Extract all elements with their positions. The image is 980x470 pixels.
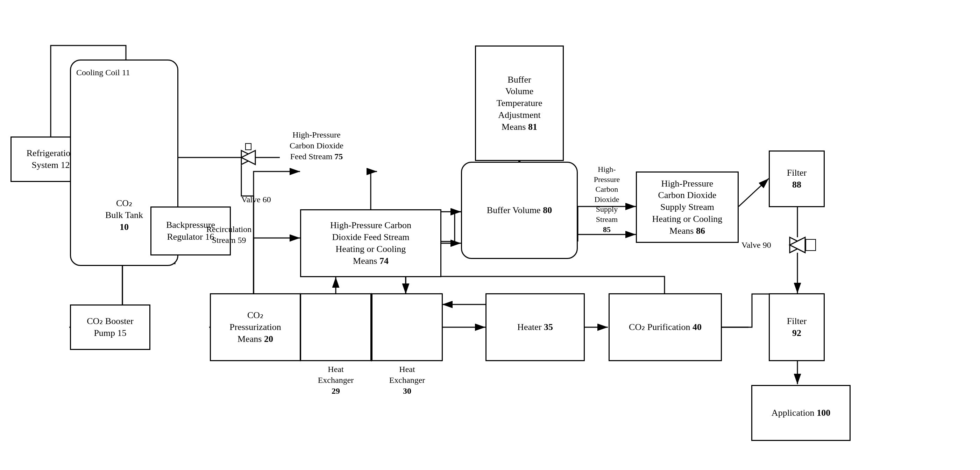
hpco2-feed-heating-cooling-label: High-Pressure CarbonDioxide Feed StreamH… [330, 220, 411, 267]
filter-92-box: Filter92 [769, 293, 825, 361]
svg-marker-31 [790, 237, 805, 253]
application-box: Application 100 [751, 385, 851, 441]
svg-rect-32 [806, 239, 816, 250]
hp-heating-cooling-means-label: High-PressureCarbon DioxideSupply Stream… [652, 178, 722, 237]
svg-marker-19 [241, 150, 255, 164]
diagram: Refrigeration System 12 CO₂Bulk Tank10 C… [0, 0, 980, 470]
buffer-volume-box: Buffer Volume 80 [461, 162, 578, 259]
co2-booster-pump-label: CO₂ BoosterPump 15 [87, 315, 134, 339]
svg-line-36 [381, 172, 461, 212]
filter-92-label: Filter92 [787, 315, 807, 339]
application-label: Application 100 [772, 407, 830, 419]
svg-marker-18 [241, 150, 255, 164]
recirculation-stream-label: RecirculationStream 59 [206, 224, 251, 246]
buffer-adj-means-label: BufferVolumeTemperatureAdjustmentMeans 8… [496, 74, 542, 133]
svg-rect-20 [245, 143, 251, 150]
heat-exchanger-29-box [300, 293, 371, 361]
hpco2-feed-stream-label: High-PressureCarbon DioxideFeed Stream 7… [262, 129, 371, 163]
co2-bulk-tank-label: CO₂Bulk Tank10 [105, 198, 143, 233]
hp-supply-stream-label: High-PressureCarbonDioxideSupplyStream85 [581, 164, 633, 234]
co2-booster-pump-box: CO₂ BoosterPump 15 [70, 304, 150, 350]
heat-exchanger-29-label: HeatExchanger29 [300, 364, 371, 397]
svg-line-28 [739, 178, 769, 207]
co2-purification-label: CO₂ Purification 40 [629, 321, 702, 333]
valve-90-label: Valve 90 [741, 240, 771, 250]
heater-box: Heater 35 [485, 293, 585, 361]
heat-exchanger-30-label: HeatExchanger30 [371, 364, 443, 397]
heat-exchanger-30-box [371, 293, 443, 361]
hp-heating-cooling-means-box: High-PressureCarbon DioxideSupply Stream… [636, 172, 739, 243]
filter-88-label: Filter88 [787, 167, 807, 191]
pressurization-means-label: CO₂PressurizationMeans 20 [229, 309, 281, 345]
buffer-volume-label: Buffer Volume 80 [487, 204, 552, 216]
svg-line-16 [381, 172, 461, 212]
cooling-coil-label: Cooling Coil 11 [76, 67, 130, 78]
valve-60-label: Valve 60 [241, 194, 271, 205]
heater-label: Heater 35 [517, 321, 553, 333]
pressurization-means-box: CO₂PressurizationMeans 20 [210, 293, 301, 361]
svg-marker-30 [790, 237, 805, 253]
hpco2-feed-heating-cooling-box: High-Pressure CarbonDioxide Feed StreamH… [300, 209, 441, 277]
filter-88-box: Filter88 [769, 150, 825, 207]
buffer-adj-means-box: BufferVolumeTemperatureAdjustmentMeans 8… [475, 46, 564, 161]
co2-purification-box: CO₂ Purification 40 [609, 293, 722, 361]
